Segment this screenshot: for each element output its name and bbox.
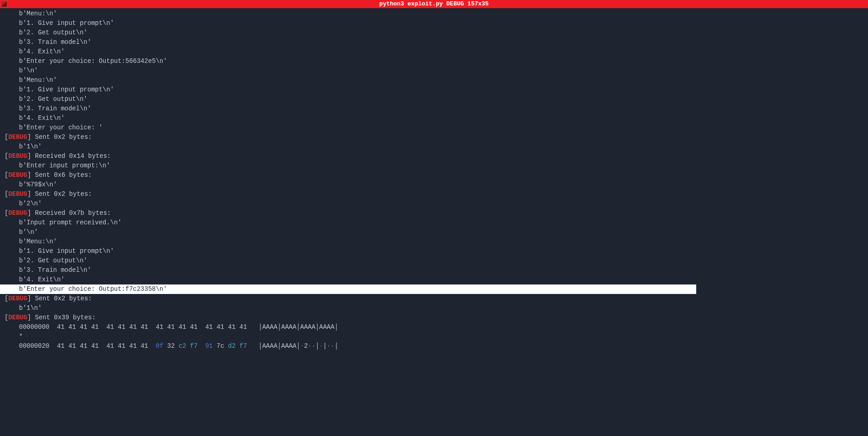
highlighted-line: b'Enter your choice: Output:f7c23358\n' <box>0 284 696 294</box>
titlebar[interactable]: python3 exploit.py DEBUG 157x35 <box>0 0 868 8</box>
output-line: b'1. Give input prompt\n' <box>0 19 868 28</box>
debug-line: [DEBUG] Received 0x14 bytes: <box>0 152 868 161</box>
output-line: b'4. Exit\n' <box>0 114 868 123</box>
output-line: b'3. Train model\n' <box>0 265 868 275</box>
debug-line: [DEBUG] Sent 0x2 bytes: <box>0 133 868 142</box>
window-title: python3 exploit.py DEBUG 157x35 <box>379 0 489 9</box>
output-line: b'Enter input prompt:\n' <box>0 161 868 171</box>
hexdump-row: 00000000 41 41 41 41 41 41 41 41 41 41 4… <box>0 322 868 332</box>
output-line: b'2. Get output\n' <box>0 28 868 38</box>
hexdump-row: 00000020 41 41 41 41 41 41 41 41 0f 32 c… <box>0 341 868 351</box>
output-line: b'3. Train model\n' <box>0 38 868 47</box>
output-line: b'3. Train model\n' <box>0 104 868 114</box>
output-line: b'1\n' <box>0 303 868 313</box>
output-line: b'\n' <box>0 66 868 76</box>
output-line: b'4. Exit\n' <box>0 275 868 284</box>
hexdump-repeat-marker: * <box>0 332 868 341</box>
output-line: b'4. Exit\n' <box>0 47 868 57</box>
debug-line: [DEBUG] Sent 0x2 bytes: <box>0 190 868 199</box>
output-line: b'2. Get output\n' <box>0 95 868 104</box>
output-line: b'Input prompt received.\n' <box>0 218 868 227</box>
output-line: b'Menu:\n' <box>0 237 868 246</box>
debug-line: [DEBUG] Sent 0x6 bytes: <box>0 171 868 180</box>
output-line: b'1. Give input prompt\n' <box>0 246 868 256</box>
debug-line: [DEBUG] Sent 0x2 bytes: <box>0 294 868 303</box>
output-line: b'1. Give input prompt\n' <box>0 85 868 95</box>
output-line: b'Menu:\n' <box>0 76 868 85</box>
output-line: b'\n' <box>0 227 868 237</box>
debug-line: [DEBUG] Sent 0x39 bytes: <box>0 313 868 322</box>
output-line: b'Menu:\n' <box>0 9 868 19</box>
output-line: b'Enter your choice: ' <box>0 123 868 133</box>
debug-line: [DEBUG] Received 0x7b bytes: <box>0 209 868 218</box>
terminal-output[interactable]: b'Menu:\n'b'1. Give input prompt\n'b'2. … <box>0 8 868 352</box>
output-line: b'%79$x\n' <box>0 180 868 190</box>
output-line: b'Enter your choice: Output:566342e5\n' <box>0 57 868 66</box>
output-line: b'2. Get output\n' <box>0 256 868 265</box>
output-line: b'2\n' <box>0 199 868 209</box>
output-line: b'1\n' <box>0 142 868 152</box>
app-icon <box>1 1 7 7</box>
